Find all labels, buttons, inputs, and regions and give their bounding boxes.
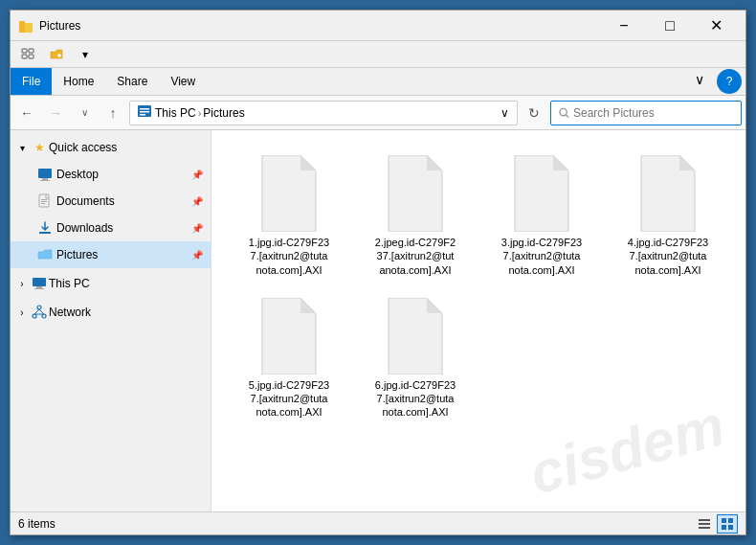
ribbon: File Home Share View ∨ ? [11,68,745,96]
quick-access-toolbar: ▾ [11,41,745,68]
search-input[interactable] [573,106,733,120]
title-bar: Pictures − □ ✕ [11,11,745,41]
svg-rect-34 [699,527,710,529]
documents-icon [37,193,53,209]
tab-share[interactable]: Share [105,68,159,95]
list-view-button[interactable] [694,514,715,534]
sidebar-section-thispc: › This PC [11,270,211,297]
svg-rect-25 [34,288,44,289]
pictures-folder-icon [37,247,53,262]
svg-rect-11 [140,111,149,113]
svg-rect-19 [41,199,47,200]
file-item[interactable]: 5.jpg.id-C279F237.[axitrun2@tutanota.com… [231,292,347,425]
svg-rect-38 [728,525,733,530]
thispc-label: This PC [49,277,90,290]
files-grid: 1.jpg.id-C279F237.[axitrun2@tutanota.com… [221,140,736,435]
svg-line-14 [566,114,568,117]
file-label: 6.jpg.id-C279F237.[axitrun2@tutanota.com… [375,378,456,420]
sidebar-toggle-thispc[interactable]: › This PC [11,270,211,297]
tab-file[interactable]: File [11,68,52,95]
svg-rect-33 [699,523,710,525]
svg-rect-20 [41,201,47,202]
file-icon [385,298,446,375]
sidebar-item-desktop[interactable]: Desktop 📌 [11,161,211,188]
svg-rect-3 [22,49,27,53]
back-button[interactable]: ← [14,101,39,125]
downloads-icon [37,220,53,236]
help-button[interactable]: ? [717,69,742,94]
view-buttons [694,514,738,534]
svg-point-27 [33,314,36,318]
svg-rect-32 [699,519,710,521]
svg-rect-6 [29,55,33,58]
window-controls: − □ ✕ [602,12,738,39]
sidebar-item-pictures[interactable]: Pictures 📌 [11,241,211,268]
crumb-thispc[interactable]: This PC [155,106,196,120]
file-icon [385,155,446,232]
file-label: 1.jpg.id-C279F237.[axitrun2@tutanota.com… [249,236,329,277]
file-item[interactable]: 4.jpg.id-C279F237.[axitrun2@tutanota.com… [610,149,726,283]
minimize-button[interactable]: − [602,12,646,39]
address-crumb: This PC › Pictures [155,106,245,120]
svg-rect-5 [22,55,27,58]
forward-button[interactable]: → [43,101,68,125]
svg-rect-2 [25,23,33,33]
network-label: Network [49,306,91,319]
file-label: 4.jpg.id-C279F237.[axitrun2@tutanota.com… [628,236,708,277]
documents-label: Documents [56,194,184,208]
tab-view[interactable]: View [159,68,207,95]
up-button[interactable]: ↑ [100,101,125,125]
main-area: ▾ ★ Quick access Desktop 📌 [11,130,745,511]
sidebar-section-network: › Network [11,299,211,326]
sidebar-toggle-quickaccess[interactable]: ▾ ★ Quick access [11,134,211,161]
sidebar: ▾ ★ Quick access Desktop 📌 [11,130,211,511]
address-dropdown-button[interactable]: ∨ [500,106,509,120]
svg-rect-36 [728,518,733,523]
maximize-button[interactable]: □ [648,12,692,39]
file-item[interactable]: 2.jpeg.id-C279F237.[axitrun2@tutanota.co… [357,149,474,283]
desktop-pin-icon: 📌 [191,170,203,180]
file-item[interactable]: 1.jpg.id-C279F237.[axitrun2@tutanota.com… [231,149,347,283]
svg-line-29 [34,309,39,314]
svg-rect-12 [140,114,145,116]
svg-rect-15 [38,169,52,178]
svg-point-28 [42,314,46,318]
sidebar-toggle-network[interactable]: › Network [11,299,211,326]
quickaccess-star-icon: ★ [32,140,47,155]
sidebar-item-downloads[interactable]: Downloads 📌 [11,215,211,241]
file-item[interactable]: 6.jpg.id-C279F237.[axitrun2@tutanota.com… [357,292,474,425]
sidebar-item-documents[interactable]: Documents 📌 [11,188,211,215]
dropdown-button[interactable]: ∨ [72,101,97,125]
search-icon [559,107,569,119]
address-icon [138,104,151,121]
documents-pin-icon: 📌 [191,196,203,207]
svg-rect-24 [36,286,42,288]
address-bar-row: ← → ∨ ↑ This PC › Pictures ∨ ↻ [11,96,745,130]
qa-dropdown-button[interactable]: ▾ [72,43,99,66]
file-item[interactable]: 3.jpg.id-C279F237.[axitrun2@tutanota.com… [483,149,600,283]
svg-rect-37 [722,525,726,530]
svg-rect-23 [33,278,46,286]
qa-properties-button[interactable] [14,43,41,66]
quickaccess-arrow-icon: ▾ [14,143,30,153]
file-label: 5.jpg.id-C279F237.[axitrun2@tutanota.com… [249,378,329,420]
address-box[interactable]: This PC › Pictures ∨ [129,101,518,125]
svg-rect-4 [29,49,33,53]
tab-home[interactable]: Home [52,68,105,95]
downloads-pin-icon: 📌 [191,223,203,234]
refresh-button[interactable]: ↻ [522,101,546,125]
close-button[interactable]: ✕ [694,12,738,39]
search-box[interactable] [550,101,742,125]
detail-view-button[interactable] [717,514,738,534]
crumb-pictures[interactable]: Pictures [203,106,244,120]
quickaccess-label: Quick access [49,141,117,154]
desktop-label: Desktop [56,168,184,181]
window-icon [18,18,33,34]
pictures-label: Pictures [56,248,184,261]
svg-rect-18 [39,194,49,207]
svg-line-30 [39,309,44,314]
ribbon-collapse-button[interactable]: ∨ [686,68,713,91]
qa-newfolder-button[interactable] [43,43,70,66]
file-icon [637,155,699,232]
file-label: 3.jpg.id-C279F237.[axitrun2@tutanota.com… [501,236,582,277]
